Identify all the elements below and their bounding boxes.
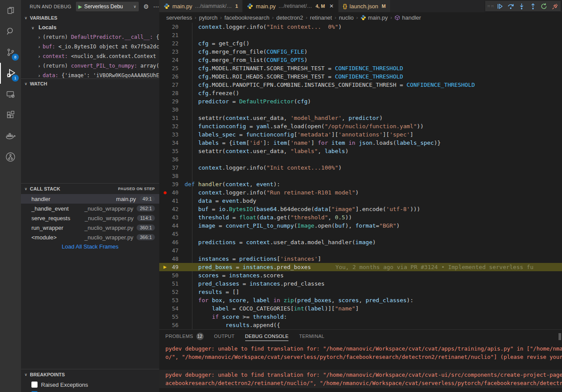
code-line[interactable]: 20 context.logger.info("Init context... … xyxy=(159,23,562,31)
code-line[interactable]: 34 labels = {item['id']: item['name'] fo… xyxy=(159,139,562,147)
more-actions-icon[interactable]: ⋯ xyxy=(153,3,159,10)
code-line[interactable]: 56 results.append({ xyxy=(159,321,562,329)
code-line[interactable]: 31 setattr(context.user_data, 'model_han… xyxy=(159,114,562,122)
code-line[interactable]: 41 data = event.body xyxy=(159,197,562,205)
console-message[interactable]: pydev debugger: unable to find translati… xyxy=(159,344,562,362)
console-message[interactable]: pydev debugger: unable to find translati… xyxy=(159,370,562,388)
code-line[interactable]: 26 cfg.MODEL.ROI_HEADS.SCORE_THRESH_TEST… xyxy=(159,72,562,81)
breakpoint-row[interactable]: Raised Exceptions xyxy=(21,380,159,389)
code-line[interactable]: 37 context.logger.info("Init context...1… xyxy=(159,164,562,172)
stack-frame-row[interactable]: _handle_event_nuclio_wrapper.py262:1 xyxy=(21,204,159,213)
code-line[interactable]: 25 cfg.MODEL.RETINANET.SCORE_THRESH_TEST… xyxy=(159,64,562,72)
call-stack-header[interactable]: ∨ CALL STACK PAUSED ON STEP xyxy=(21,184,159,194)
code-line[interactable]: 33 labels_spec = functionconfig['metadat… xyxy=(159,130,562,139)
variable-row[interactable]: ›buf: <_io.BytesIO object at 0x7f5a2dc1e… xyxy=(21,42,159,51)
source-control-badge: 8 xyxy=(12,54,19,61)
breakpoint-icon[interactable]: ● xyxy=(164,190,167,195)
breadcrumb-item[interactable]: detectron2 xyxy=(276,14,303,21)
launch-config-dropdown[interactable]: ▶ Serverless Debu ∨ xyxy=(76,2,139,11)
breadcrumb-item[interactable]: pytorch xyxy=(199,14,218,21)
panel-tab-output[interactable]: OUTPUT xyxy=(214,330,235,343)
code-line[interactable]: 30 xyxy=(159,106,562,114)
debug-console-output[interactable]: pydev debugger: unable to find translati… xyxy=(159,344,562,392)
code-line[interactable]: 24 cfg.merge_from_list(CONFIG_OPTS) xyxy=(159,56,562,64)
code-line[interactable]: 27 cfg.MODEL.PANOPTIC_FPN.COMBINE.INSTAN… xyxy=(159,81,562,89)
git-graph-icon[interactable] xyxy=(0,147,21,167)
step-into-button[interactable] xyxy=(518,3,525,10)
code-line[interactable]: 21 xyxy=(159,31,562,39)
code-line[interactable]: 45 xyxy=(159,230,562,238)
breakpoint-gutter[interactable]: ▶ xyxy=(159,263,171,271)
code-line[interactable]: 47 xyxy=(159,246,562,255)
code-line[interactable]: 35 setattr(context.user_data, "labels", … xyxy=(159,147,562,155)
stack-frame-row[interactable]: <module>_nuclio_wrapper.py366:1 xyxy=(21,232,159,242)
panel-tab-problems[interactable]: PROBLEMS12 xyxy=(165,330,204,343)
code-line[interactable]: 23 cfg.merge_from_file(CONFIG_FILE) xyxy=(159,48,562,56)
step-over-button[interactable] xyxy=(507,3,514,10)
code-line[interactable]: 52 results = [] xyxy=(159,288,562,296)
breakpoint-gutter[interactable]: ● xyxy=(159,188,171,197)
search-icon[interactable] xyxy=(0,21,21,42)
breadcrumb-item[interactable]: main.py xyxy=(360,14,388,21)
code-line[interactable]: 51 pred_classes = instances.pred_classes xyxy=(159,280,562,288)
code-line-current[interactable]: ▶49 pred_boxes = instances.pred_boxesYou… xyxy=(159,263,562,271)
extensions-icon[interactable] xyxy=(0,105,21,126)
stack-frame-row[interactable]: serve_requests_nuclio_wrapper.py114:1 xyxy=(21,213,159,223)
source-control-icon[interactable]: 8 xyxy=(0,42,21,63)
code-line[interactable]: 43 threshold = float(data.get("threshold… xyxy=(159,213,562,222)
code-line[interactable]: 53 for box, score, label in zip(pred_box… xyxy=(159,296,562,304)
editor-tab[interactable]: {}launch.jsonM xyxy=(339,0,390,12)
breadcrumb-item[interactable]: facebookresearch xyxy=(224,14,269,21)
code-line[interactable]: 39def handler(context, event): xyxy=(159,180,562,188)
code-editor[interactable]: 20 context.logger.info("Init context... … xyxy=(159,23,562,329)
toolbar-drag-handle[interactable]: ⁙⁙ xyxy=(487,5,492,8)
stack-frame-row[interactable]: run_wrapper_nuclio_wrapper.py360:1 xyxy=(21,223,159,232)
panel-tab-debug-console[interactable]: DEBUG CONSOLE xyxy=(245,330,289,343)
gear-icon[interactable]: ⚙ xyxy=(143,3,149,10)
code-line[interactable]: 50 scores = instances.scores xyxy=(159,271,562,280)
close-icon[interactable]: ✕ xyxy=(329,3,334,9)
continue-button[interactable] xyxy=(496,3,504,10)
breakpoints-header[interactable]: ∨ BREAKPOINTS xyxy=(21,369,159,380)
code-line[interactable]: 36 xyxy=(159,155,562,164)
breakpoint-row[interactable]: ✓Uncaught Exceptions xyxy=(21,389,159,392)
restart-button[interactable] xyxy=(540,3,548,10)
code-line[interactable]: 42 buf = io.BytesIO(base64.b64decode(dat… xyxy=(159,205,562,213)
code-line[interactable]: 55 if score >= threshold: xyxy=(159,313,562,321)
editor-tab[interactable]: main.py…/siammask/…1 xyxy=(159,0,242,12)
explorer-icon[interactable] xyxy=(0,0,21,21)
editor-tab[interactable]: main.py…/retinanet/…4, M✕ xyxy=(243,0,338,12)
variables-header[interactable]: ∨ VARIABLES xyxy=(21,13,159,23)
breadcrumb-item[interactable]: retinanet xyxy=(310,14,332,21)
stack-frame-row[interactable]: handlermain.py49:1 xyxy=(21,194,159,204)
code-line[interactable]: ●40 context.logger.info("Run retinanet-R… xyxy=(159,188,562,197)
variable-row[interactable]: ›data: {'image': 'iVBORw0KGgoAAAANSUhE… … xyxy=(21,71,159,78)
variable-row[interactable]: ›(return) convert_PIL_to_numpy: array([[… xyxy=(21,61,159,71)
breadcrumb-item[interactable]: nuclio xyxy=(339,14,354,21)
code-line[interactable]: 54 label = COCO_CATEGORIES[int(label)]["… xyxy=(159,304,562,313)
load-all-stack-frames-link[interactable]: Load All Stack Frames xyxy=(21,242,159,252)
docker-icon[interactable] xyxy=(0,126,21,147)
breakpoint-checkbox[interactable] xyxy=(31,382,38,388)
variable-row[interactable]: ›(return) DefaultPredictor.__call__: {'i… xyxy=(21,32,159,42)
code-line[interactable]: 44 image = convert_PIL_to_numpy(Image.op… xyxy=(159,222,562,230)
panel-tab-terminal[interactable]: TERMINAL xyxy=(299,330,324,343)
code-line[interactable]: 32 functionconfig = yaml.safe_load(open(… xyxy=(159,122,562,130)
start-debug-icon[interactable]: ▶ xyxy=(79,4,82,10)
code-line[interactable]: 46 predictions = context.user_data.model… xyxy=(159,238,562,246)
remote-explorer-icon[interactable] xyxy=(0,84,21,105)
step-out-button[interactable] xyxy=(529,3,537,10)
variable-row[interactable]: ›context: <nuclio_sdk.context.Context ob… xyxy=(21,51,159,61)
code-line[interactable]: 38 xyxy=(159,172,562,180)
code-line[interactable]: 22 cfg = get_cfg() xyxy=(159,39,562,48)
run-and-debug-icon[interactable]: 1 xyxy=(0,63,21,84)
locals-scope[interactable]: ∨ Locals xyxy=(21,23,159,32)
code-line[interactable]: 48 instances = predictions['instances'] xyxy=(159,255,562,263)
panel-scrollbar[interactable] xyxy=(559,333,561,340)
watch-header[interactable]: ∨ WATCH xyxy=(21,78,159,88)
code-line[interactable]: 29 predictor = DefaultPredictor(cfg) xyxy=(159,97,562,106)
breadcrumb-item[interactable]: serverless xyxy=(166,14,192,21)
breadcrumb-item[interactable]: handler xyxy=(394,14,421,21)
code-line[interactable]: 28 cfg.freeze() xyxy=(159,89,562,97)
disconnect-button[interactable] xyxy=(552,3,559,10)
